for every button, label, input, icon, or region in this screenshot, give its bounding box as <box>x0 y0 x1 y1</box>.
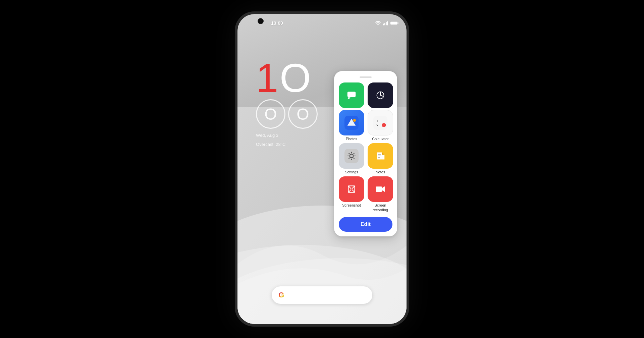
popup-menu: Photos + − × Calculator <box>334 71 397 236</box>
volume-down-button[interactable] <box>408 133 409 152</box>
app-item-messages[interactable] <box>339 82 364 108</box>
calculator-svg: + − × <box>373 116 387 130</box>
clock-widget: 1 O O O Wed, Aug 3 Overcast, 28°C <box>256 58 318 147</box>
messages-icon[interactable] <box>339 82 364 108</box>
search-bar[interactable]: G <box>272 286 372 304</box>
notes-icon[interactable] <box>368 143 393 169</box>
clock-min-1: O <box>256 99 285 129</box>
status-time: 10:00 <box>271 20 283 26</box>
svg-rect-24 <box>344 149 359 163</box>
status-icons <box>375 21 398 25</box>
google-logo: G <box>278 291 284 299</box>
screenrecord-label: Screenrecording <box>373 203 388 212</box>
app-item-screenrecord[interactable]: Screenrecording <box>368 176 393 212</box>
svg-point-19 <box>353 119 356 122</box>
svg-rect-4 <box>383 24 384 25</box>
svg-text:+  −: + − <box>376 119 383 123</box>
svg-rect-48 <box>376 187 382 192</box>
svg-rect-7 <box>387 21 388 25</box>
svg-rect-9 <box>391 22 397 24</box>
messages-svg <box>344 88 359 102</box>
svg-rect-41 <box>344 182 359 196</box>
svg-rect-10 <box>397 22 398 24</box>
volume-up-button[interactable] <box>408 111 409 130</box>
settings-svg <box>344 149 359 163</box>
photos-svg <box>344 116 359 130</box>
app-item-settings[interactable]: Settings <box>339 143 364 174</box>
screenshot-icon[interactable] <box>339 176 364 202</box>
clock-minutes: O O <box>256 99 318 129</box>
phone-frame: 10:00 <box>235 11 409 327</box>
notes-svg <box>373 149 387 163</box>
svg-rect-37 <box>382 155 384 160</box>
popup-handle <box>360 76 372 78</box>
settings-label: Settings <box>345 170 358 174</box>
camera-hole <box>258 19 263 23</box>
signal-icon <box>383 21 388 25</box>
phone-wrapper: 10:00 <box>235 11 409 327</box>
popup-row-3: Settings <box>339 143 392 174</box>
popup-row-4: Screenshot Screenrecording <box>339 176 392 212</box>
screenshot-label: Screenshot <box>342 203 361 208</box>
svg-rect-5 <box>384 23 385 25</box>
clock-date: Wed, Aug 3 <box>256 133 318 138</box>
svg-text:×: × <box>376 123 378 127</box>
clock-hour-red: 1 <box>256 58 278 98</box>
photos-icon[interactable] <box>339 110 364 135</box>
popup-row-2: Photos + − × Calculator <box>339 110 392 141</box>
app-item-calculator[interactable]: + − × Calculator <box>368 110 393 141</box>
calculator-label: Calculator <box>372 137 389 141</box>
app-item-screenshot[interactable]: Screenshot <box>339 176 364 212</box>
clock-weather: Overcast, 28°C <box>256 142 318 147</box>
clock-min-2: O <box>288 99 318 129</box>
app-item-photos[interactable]: Photos <box>339 110 364 141</box>
wifi-icon <box>375 21 381 25</box>
clock-hour: 1 O <box>256 58 318 98</box>
app-item-clock[interactable] <box>368 82 393 108</box>
settings-icon[interactable] <box>339 143 364 169</box>
photos-label: Photos <box>346 137 357 141</box>
clock-hour-white: O <box>280 58 310 98</box>
notes-label: Notes <box>376 170 385 174</box>
clock-icon[interactable] <box>368 82 393 108</box>
phone-screen: 10:00 <box>237 14 407 324</box>
battery-icon <box>390 21 398 25</box>
svg-point-23 <box>382 123 386 127</box>
screenshot-svg <box>344 182 359 196</box>
screenrecord-svg <box>373 182 387 196</box>
calculator-icon[interactable]: + − × <box>368 110 393 135</box>
edit-button[interactable]: Edit <box>339 217 392 232</box>
power-button[interactable] <box>408 81 409 105</box>
clock-svg <box>373 88 387 102</box>
svg-rect-6 <box>386 22 387 25</box>
screenrecord-icon[interactable] <box>368 176 393 202</box>
popup-top-row <box>339 82 392 108</box>
app-item-notes[interactable]: Notes <box>368 143 393 174</box>
svg-rect-12 <box>347 92 356 97</box>
